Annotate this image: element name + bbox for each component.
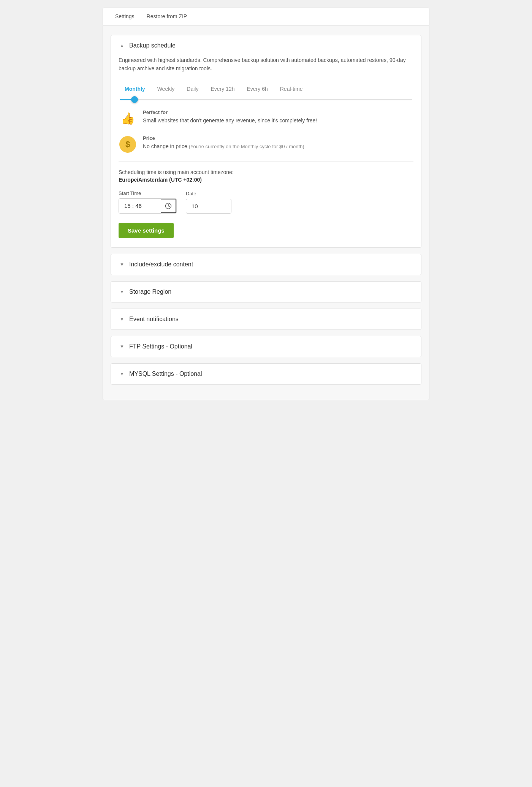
time-date-row: Start Time Date: [119, 190, 413, 214]
backup-description: Engineered with highest standards. Compr…: [119, 56, 413, 73]
chevron-up-icon: ▲: [119, 42, 125, 49]
backup-schedule-accordion: ▲ Backup schedule Engineered with highes…: [111, 35, 421, 248]
perfect-for-label: Perfect for: [143, 109, 317, 115]
mysql-settings-header[interactable]: ▼ MYSQL Settings - Optional: [111, 364, 421, 384]
timezone-value: Europe/Amsterdam (UTC +02:00): [119, 177, 413, 183]
backup-schedule-body: Engineered with highest standards. Compr…: [111, 56, 421, 247]
tab-every12h[interactable]: Every 12h: [204, 82, 241, 96]
perfect-for-text: Small websites that don't generate any r…: [143, 117, 317, 125]
time-input[interactable]: [119, 199, 161, 213]
page-wrapper: Settings Restore from ZIP ▲ Backup sched…: [103, 8, 429, 779]
nav-settings[interactable]: Settings: [109, 8, 141, 25]
timezone-label: Scheduling time is using main account ti…: [119, 169, 234, 175]
top-nav: Settings Restore from ZIP: [103, 8, 429, 26]
time-input-wrapper: [119, 198, 177, 214]
price-text: No change in price (You're currently on …: [143, 143, 304, 150]
storage-region-accordion: ▼ Storage Region: [111, 281, 421, 302]
event-notifications-title: Event notifications: [129, 316, 179, 323]
schedule-slider-container: [119, 99, 413, 100]
price-note: (You're currently on the Monthly cycle f…: [189, 144, 304, 149]
tab-every6h[interactable]: Every 6h: [241, 82, 274, 96]
date-input[interactable]: [186, 199, 231, 214]
storage-region-header[interactable]: ▼ Storage Region: [111, 282, 421, 302]
chevron-down-icon-3: ▼: [119, 316, 125, 323]
perfect-for-card: 👍 Perfect for Small websites that don't …: [119, 109, 413, 128]
event-notifications-header[interactable]: ▼ Event notifications: [111, 309, 421, 329]
chevron-down-icon-4: ▼: [119, 343, 125, 350]
start-time-label: Start Time: [119, 190, 177, 196]
price-main-text: No change in price: [143, 143, 187, 149]
thumbs-up-icon: 👍: [119, 109, 137, 128]
date-group: Date: [186, 191, 231, 214]
include-exclude-accordion: ▼ Include/exclude content: [111, 254, 421, 275]
dollar-icon: $: [119, 135, 137, 154]
timezone-info: Scheduling time is using main account ti…: [119, 169, 413, 183]
backup-schedule-header[interactable]: ▲ Backup schedule: [111, 35, 421, 56]
main-content: ▲ Backup schedule Engineered with highes…: [103, 26, 429, 400]
include-exclude-title: Include/exclude content: [129, 261, 193, 268]
tab-daily[interactable]: Daily: [180, 82, 204, 96]
divider: [119, 161, 413, 162]
price-card: $ Price No change in price (You're curre…: [119, 135, 413, 154]
ftp-settings-header[interactable]: ▼ FTP Settings - Optional: [111, 336, 421, 357]
chevron-down-icon-5: ▼: [119, 371, 125, 377]
clock-icon: [165, 203, 172, 209]
storage-region-title: Storage Region: [129, 288, 171, 295]
event-notifications-accordion: ▼ Event notifications: [111, 309, 421, 330]
perfect-for-content: Perfect for Small websites that don't ge…: [143, 109, 317, 125]
date-label: Date: [186, 191, 231, 196]
ftp-settings-title: FTP Settings - Optional: [129, 343, 192, 350]
tab-weekly[interactable]: Weekly: [151, 82, 181, 96]
backup-schedule-title: Backup schedule: [129, 42, 176, 49]
save-settings-button[interactable]: Save settings: [119, 223, 174, 238]
slider-thumb[interactable]: [131, 96, 138, 103]
mysql-settings-accordion: ▼ MYSQL Settings - Optional: [111, 363, 421, 385]
nav-restore-zip[interactable]: Restore from ZIP: [141, 8, 193, 25]
include-exclude-header[interactable]: ▼ Include/exclude content: [111, 254, 421, 275]
ftp-settings-accordion: ▼ FTP Settings - Optional: [111, 336, 421, 357]
chevron-down-icon-2: ▼: [119, 288, 125, 295]
tab-monthly[interactable]: Monthly: [119, 82, 151, 96]
schedule-tabs: Monthly Weekly Daily Every 12h Every 6h …: [119, 82, 413, 96]
tab-realtime[interactable]: Real-time: [274, 82, 309, 96]
slider-track: [120, 99, 412, 100]
mysql-settings-title: MYSQL Settings - Optional: [129, 371, 202, 377]
price-label: Price: [143, 135, 304, 141]
start-time-group: Start Time: [119, 190, 177, 214]
time-picker-button[interactable]: [161, 199, 176, 213]
price-content: Price No change in price (You're current…: [143, 135, 304, 150]
chevron-down-icon-1: ▼: [119, 261, 125, 268]
